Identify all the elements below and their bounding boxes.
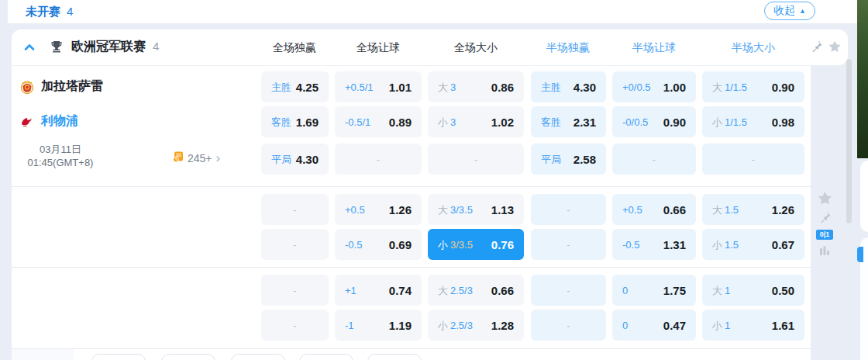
league-name[interactable]: 欧洲冠军联赛4 — [71, 39, 159, 55]
odds-label: 0 — [622, 318, 628, 332]
odds-cell-empty[interactable]: - — [612, 144, 696, 175]
odds-cell[interactable]: +10.74 — [335, 275, 422, 306]
odds-cell[interactable]: -11.19 — [335, 310, 422, 341]
separator — [12, 186, 811, 187]
chevron-up-icon[interactable] — [23, 41, 36, 57]
odds-cell-empty[interactable]: - — [261, 229, 329, 260]
corner-score-badge[interactable]: 0|1 — [816, 230, 833, 240]
odds-cell[interactable]: 小3/3.50.76 — [428, 229, 524, 260]
odds-cell[interactable]: 00.47 — [612, 310, 696, 341]
odds-value: 1.02 — [491, 116, 514, 129]
favorite-star-icon[interactable] — [817, 190, 833, 209]
odds-value: 2.58 — [574, 153, 596, 166]
odds-dash: - — [567, 204, 570, 216]
odds-cell[interactable]: 小1.50.67 — [702, 229, 804, 260]
odds-cell[interactable]: -0.50.69 — [335, 229, 422, 260]
odds-market-label: +0.5 — [622, 204, 642, 216]
odds-cell[interactable]: 小11.61 — [702, 310, 804, 341]
odds-cell-empty[interactable]: - — [261, 275, 329, 306]
odds-line: 2.5/3 — [450, 320, 473, 331]
markets-count: 245+ — [188, 152, 212, 164]
odds-market-label: +0/0.5 — [622, 81, 651, 93]
odds-cell[interactable]: 大1/1.50.90 — [702, 71, 804, 102]
odds-value: 1.69 — [296, 116, 319, 129]
odds-cell-empty[interactable]: - — [531, 194, 606, 225]
odds-cell[interactable]: 小2.5/31.28 — [428, 310, 524, 341]
odds-cell[interactable]: 客胜1.69 — [261, 106, 329, 137]
odds-cell[interactable]: 小31.02 — [428, 106, 524, 137]
pin-icon[interactable] — [818, 211, 832, 227]
odds-cell-empty[interactable]: - — [261, 310, 329, 341]
star-icon[interactable] — [828, 40, 842, 57]
background-image-strip — [857, 0, 868, 158]
odds-cell-empty[interactable]: - — [428, 144, 524, 175]
pin-icon[interactable] — [810, 40, 823, 57]
market-tab-pill[interactable] — [161, 354, 215, 360]
collapse-button[interactable]: 收起 ▲ — [764, 2, 815, 20]
odds-cell[interactable]: -0/0.50.90 — [612, 106, 696, 137]
odds-cell[interactable]: 大10.50 — [702, 275, 804, 306]
market-tab-pill[interactable] — [299, 354, 353, 360]
odds-value: 1.26 — [772, 203, 794, 216]
column-header: 半场让球 — [632, 41, 676, 55]
column-header: 半场独赢 — [546, 41, 590, 55]
odds-cell[interactable]: 客胜2.31 — [531, 106, 606, 137]
odds-value: 1.19 — [389, 319, 412, 332]
scrollbar-thumb[interactable] — [846, 59, 852, 223]
chevron-right-icon: › — [216, 153, 221, 164]
odds-cell[interactable]: 大30.86 — [428, 71, 524, 102]
odds-label: 客胜 — [271, 115, 291, 130]
home-team-name[interactable]: 加拉塔萨雷 — [41, 78, 103, 95]
odds-cell[interactable]: -0.5/10.89 — [335, 106, 422, 137]
odds-cell[interactable]: +0.5/11.01 — [335, 71, 422, 102]
odds-value: 1.00 — [663, 81, 686, 94]
odds-cell[interactable]: +0.50.66 — [612, 194, 696, 225]
odds-cell[interactable]: +0.51.26 — [335, 194, 422, 225]
odds-value: 0.76 — [491, 238, 514, 251]
odds-market-label: 客胜 — [541, 116, 561, 128]
odds-dash: - — [293, 239, 296, 251]
odds-dash: - — [474, 154, 477, 165]
odds-cell[interactable]: 大1.51.26 — [702, 194, 804, 225]
odds-cell[interactable]: 小1/1.50.98 — [702, 106, 804, 137]
match-datetime: 03月11日 01:45(GMT+8) — [17, 143, 104, 169]
odds-value: 0.74 — [389, 284, 412, 297]
odds-cell-empty[interactable]: - — [335, 144, 422, 175]
odds-cell-empty[interactable]: - — [531, 229, 606, 260]
odds-line: 2.5/3 — [450, 285, 473, 296]
odds-cell[interactable]: +0/0.51.00 — [612, 71, 696, 102]
odds-cell-empty[interactable]: - — [702, 144, 804, 175]
odds-value: 0.47 — [663, 319, 686, 332]
odds-line: 3 — [450, 81, 456, 93]
odds-value: 0.69 — [389, 238, 412, 251]
odds-cell-empty[interactable]: - — [531, 310, 606, 341]
odds-ou-prefix: 小 — [712, 239, 722, 251]
market-tab-pill[interactable] — [231, 354, 285, 360]
odds-cell[interactable]: 主胜4.25 — [261, 71, 329, 102]
odds-line: 1 — [725, 285, 730, 296]
odds-cell[interactable]: 主胜4.30 — [531, 71, 606, 102]
odds-cell[interactable]: 平局4.30 — [261, 144, 329, 175]
odds-cell-empty[interactable]: - — [261, 194, 329, 225]
odds-cell-empty[interactable]: - — [531, 275, 606, 306]
odds-line: 3 — [450, 116, 456, 128]
odds-market-label: -0.5 — [622, 239, 639, 251]
stats-chart-icon[interactable] — [818, 244, 831, 260]
odds-cell[interactable]: 平局2.58 — [531, 144, 606, 175]
odds-cell[interactable]: 大2.5/30.66 — [428, 275, 524, 306]
side-widget-tab[interactable] — [857, 247, 863, 262]
odds-dash: - — [567, 320, 570, 331]
odds-market-label: +1 — [345, 285, 356, 296]
more-markets-link[interactable]: 245+ › — [172, 151, 220, 165]
separator — [12, 267, 811, 268]
odds-cell[interactable]: -0.51.31 — [612, 229, 696, 260]
odds-line: 1/1.5 — [725, 116, 747, 128]
market-tab-pill[interactable] — [367, 354, 422, 360]
odds-value: 0.86 — [491, 81, 514, 94]
odds-cell[interactable]: 01.75 — [612, 275, 696, 306]
odds-line: 1/1.5 — [725, 81, 747, 93]
odds-ou-prefix: 大 — [438, 285, 448, 296]
away-team-name[interactable]: 利物浦 — [41, 113, 78, 130]
market-tab-pill[interactable] — [91, 354, 146, 360]
odds-cell[interactable]: 大3/3.51.13 — [428, 194, 524, 225]
